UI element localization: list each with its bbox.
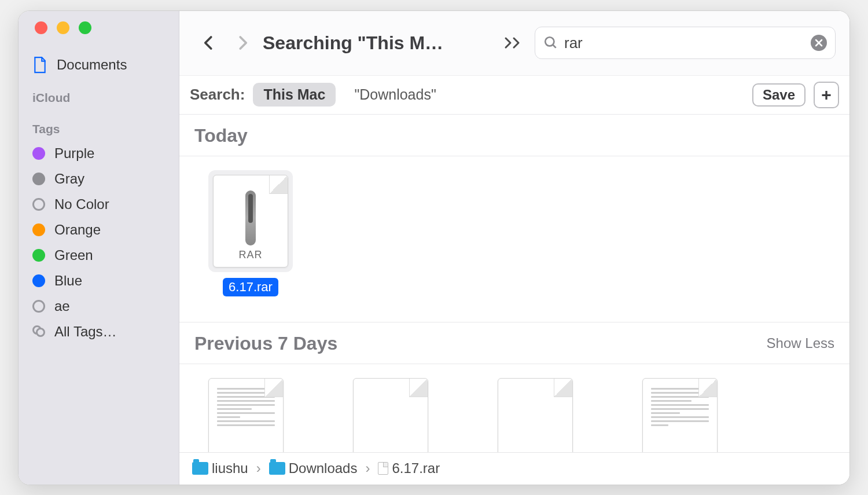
show-less-button[interactable]: Show Less [767, 335, 834, 351]
sidebar-item-label: Green [54, 247, 93, 263]
blank-file-icon [498, 378, 573, 452]
section-prev7-header: Previous 7 Days Show Less [179, 322, 849, 361]
forward-button[interactable] [234, 34, 251, 52]
blank-file-icon [353, 378, 428, 452]
sidebar-item-label: No Color [54, 196, 109, 212]
tag-dot-icon [32, 147, 45, 160]
nav-arrows [193, 34, 251, 52]
folder-icon [269, 462, 285, 475]
search-field[interactable] [535, 27, 836, 59]
file-type-badge: RAR [238, 249, 262, 261]
close-window-button[interactable] [35, 21, 47, 34]
file-item[interactable]: PYTHON [208, 378, 284, 452]
back-button[interactable] [200, 34, 218, 52]
save-search-button[interactable]: Save [752, 83, 806, 107]
today-grid: RAR 6.17.rar [179, 156, 849, 320]
tag-dot-icon [32, 223, 45, 236]
sidebar-tag-nocolor[interactable]: No Color [19, 192, 179, 217]
sidebar-section-tags[interactable]: Tags [19, 109, 179, 141]
search-input[interactable] [564, 34, 805, 52]
search-scope-bar: Search: This Mac "Downloads" Save + [179, 76, 849, 115]
sidebar-tag-ae[interactable]: ae [19, 294, 179, 319]
rar-file-icon: RAR [213, 175, 288, 267]
path-segment-downloads[interactable]: Downloads [269, 460, 358, 476]
file-name: 6.17.rar [223, 278, 278, 296]
sidebar-tag-gray[interactable]: Gray [19, 166, 179, 192]
path-segment-liushu[interactable]: liushu [192, 460, 248, 476]
chevron-right-icon: › [363, 460, 372, 476]
prev7-grid: PYTHON PYTHON [179, 364, 849, 452]
file-icon [378, 462, 388, 475]
search-icon [543, 35, 558, 50]
scope-label: Search: [190, 86, 245, 104]
sidebar-item-label: Blue [54, 273, 82, 289]
path-segment-file[interactable]: 6.17.rar [378, 460, 440, 476]
file-item[interactable] [498, 378, 573, 452]
fullscreen-window-button[interactable] [79, 21, 91, 34]
sidebar-item-documents[interactable]: Documents [19, 52, 179, 78]
sidebar-item-label: Purple [54, 145, 94, 162]
sidebar-all-tags[interactable]: All Tags… [19, 319, 179, 344]
python-file-icon: PYTHON [208, 378, 284, 452]
path-label: 6.17.rar [392, 460, 440, 476]
section-title: Today [194, 125, 248, 146]
scope-downloads[interactable]: "Downloads" [344, 83, 446, 107]
clear-search-button[interactable] [811, 35, 827, 51]
section-today-header: Today [179, 115, 849, 153]
file-item[interactable]: RAR 6.17.rar [208, 170, 293, 296]
folder-icon [192, 462, 208, 475]
sidebar-item-label: All Tags… [54, 324, 117, 340]
path-label: Downloads [289, 460, 358, 476]
toolbar: Searching "This M… [179, 11, 849, 76]
zipper-icon [245, 190, 256, 245]
file-item[interactable] [353, 378, 428, 452]
minimize-window-button[interactable] [57, 21, 69, 34]
chevron-right-icon: › [254, 460, 263, 476]
window-title: Searching "This M… [263, 32, 443, 54]
sidebar-tag-blue[interactable]: Blue [19, 268, 179, 294]
file-selection-highlight: RAR [208, 170, 293, 272]
finder-window: Documents iCloud Tags Purple Gray No Col… [18, 10, 850, 485]
sidebar-tag-purple[interactable]: Purple [19, 141, 179, 166]
sidebar-tag-green[interactable]: Green [19, 243, 179, 268]
sidebar-tag-orange[interactable]: Orange [19, 217, 179, 243]
tag-dot-icon [32, 249, 45, 262]
tag-dot-icon [32, 198, 45, 211]
tag-dot-icon [32, 173, 45, 185]
sidebar-section-icloud[interactable]: iCloud [19, 78, 179, 109]
main-area: Searching "This M… Search: This Mac "Dow… [179, 11, 849, 485]
all-tags-icon [32, 325, 45, 338]
scope-this-mac[interactable]: This Mac [253, 83, 336, 107]
sidebar-item-label: ae [54, 298, 70, 314]
window-controls [19, 21, 179, 52]
results-area: Today RAR 6.17.rar Previous 7 [179, 115, 849, 452]
tag-dot-icon [32, 300, 45, 313]
sidebar-item-label: Orange [54, 222, 101, 238]
svg-line-1 [553, 45, 556, 47]
document-icon [32, 56, 47, 74]
toolbar-overflow-icon[interactable] [503, 36, 523, 50]
add-criteria-button[interactable]: + [814, 82, 839, 108]
sidebar-item-label: Documents [57, 57, 127, 73]
section-title: Previous 7 Days [194, 333, 337, 354]
tag-dot-icon [32, 274, 45, 287]
sidebar: Documents iCloud Tags Purple Gray No Col… [19, 11, 179, 485]
sidebar-item-label: Gray [54, 171, 84, 187]
path-label: liushu [212, 460, 248, 476]
python-file-icon: PYTHON [642, 378, 718, 452]
svg-point-0 [545, 37, 554, 46]
file-item[interactable]: PYTHON [642, 378, 718, 452]
path-bar: liushu › Downloads › 6.17.rar [179, 452, 849, 485]
